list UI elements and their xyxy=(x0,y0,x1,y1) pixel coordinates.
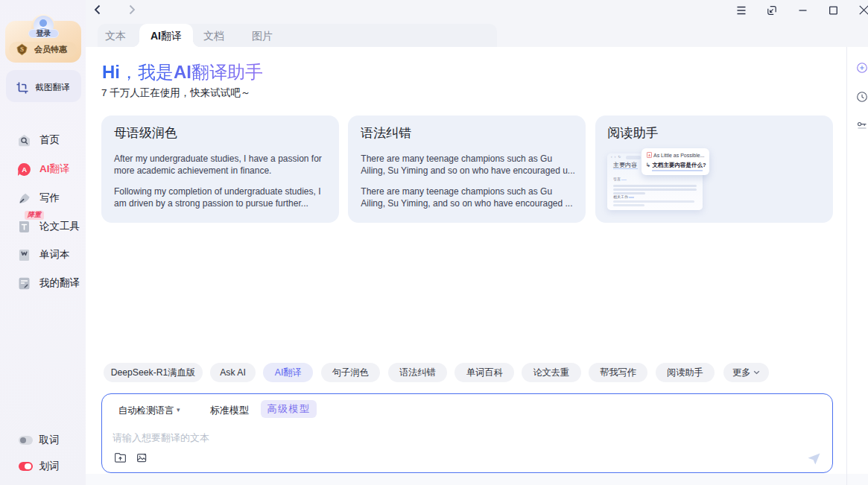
svg-text:S: S xyxy=(20,45,24,53)
svg-text:A: A xyxy=(22,165,27,174)
svg-text:A: A xyxy=(648,153,650,157)
